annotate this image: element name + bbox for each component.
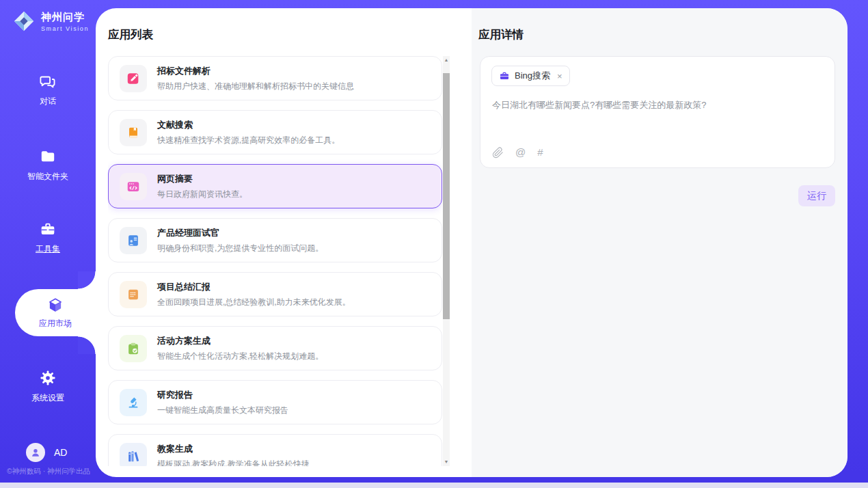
user-label: AD (54, 447, 67, 458)
chat-icon (39, 72, 57, 90)
pen-square-icon (120, 65, 147, 92)
app-name: 招标文件解析 (157, 65, 354, 77)
copyright-footer: ©神州数码 · 神州问学出品 (7, 467, 90, 476)
hash-icon[interactable]: # (537, 146, 543, 159)
app-description: 每日政府新闻资讯快查。 (157, 189, 247, 200)
app-list-title: 应用列表 (108, 27, 153, 42)
sidebar: 神州问学 Smart Vision 对话 智能文件夹 工具集 (0, 0, 96, 483)
app-detail-title: 应用详情 (478, 27, 524, 42)
app-name: 项目总结汇报 (157, 281, 351, 293)
app-logo: 神州问学 Smart Vision (12, 10, 89, 33)
app-card-pm-interviewer[interactable]: 产品经理面试官 明确身份和职责,为您提供专业性的面试问题。 (108, 218, 442, 262)
app-name: 文献搜索 (157, 119, 340, 131)
sidebar-item-label: 系统设置 (31, 392, 64, 404)
app-card-literature-search[interactable]: 文献搜索 快速精准查找学术资源,提高研究效率的必备工具。 (108, 110, 442, 154)
avatar (26, 443, 45, 462)
brand-tagline: Smart Vision (41, 25, 89, 32)
app-card-web-summary[interactable]: 网页摘要 每日政府新闻资讯快查。 (108, 164, 442, 208)
clipboard-check-icon (120, 335, 147, 362)
app-name: 网页摘要 (157, 173, 247, 185)
toolbox-icon (39, 220, 57, 238)
bottom-strip (0, 483, 868, 488)
sidebar-item-label: 应用市场 (39, 318, 72, 329)
sidebar-item-label: 工具集 (36, 243, 60, 255)
app-detail-pane: 应用详情 Bing搜索 × 今日湖北有哪些新闻要点?有哪些需要关注的最新政策? … (472, 8, 847, 477)
scrollbar-thumb[interactable] (443, 73, 450, 319)
sidebar-item-smart-folder[interactable]: 智能文件夹 (0, 148, 96, 182)
tool-tag-bing-search[interactable]: Bing搜索 × (491, 66, 570, 86)
main-content: 应用列表 招标文件解析 帮助用户快速、准确地理解和解析招标书中的关键信息 (96, 8, 847, 477)
app-name: 教案生成 (157, 443, 310, 455)
sidebar-item-settings[interactable]: 系统设置 (0, 369, 96, 404)
close-icon[interactable]: × (557, 71, 562, 81)
app-card-project-summary-report[interactable]: 项目总结汇报 全面回顾项目进展,总结经验教训,助力未来优化发展。 (108, 272, 442, 316)
app-card-lesson-plan-generation[interactable]: 教案生成 模板驱动,教案秒成,教学准备从此轻松快捷 (108, 434, 442, 466)
query-input[interactable]: 今日湖北有哪些新闻要点?有哪些需要关注的最新政策? (492, 99, 820, 111)
cube-icon (46, 297, 64, 314)
user-account[interactable]: AD (26, 443, 67, 462)
app-description: 全面回顾项目进展,总结经验教训,助力未来优化发展。 (157, 297, 351, 308)
browser-code-icon (120, 173, 147, 200)
app-card-event-plan-generation[interactable]: 活动方案生成 智能生成个性化活动方案,轻松解决规划难题。 (108, 326, 442, 370)
person-icon (29, 446, 42, 459)
app-description: 智能生成个性化活动方案,轻松解决规划难题。 (157, 351, 323, 362)
app-description: 一键智能生成高质量长文本研究报告 (157, 405, 288, 416)
sidebar-item-label: 对话 (40, 96, 56, 107)
app-name: 活动方案生成 (157, 335, 323, 347)
diamond-logo-icon (12, 10, 36, 33)
at-icon[interactable]: @ (515, 146, 526, 159)
sidebar-item-label: 智能文件夹 (27, 171, 68, 182)
app-list-pane: 应用列表 招标文件解析 帮助用户快速、准确地理解和解析招标书中的关键信息 (96, 8, 472, 477)
app-card-bid-document-parsing[interactable]: 招标文件解析 帮助用户快速、准确地理解和解析招标书中的关键信息 (108, 56, 442, 100)
sidebar-item-chat[interactable]: 对话 (0, 72, 96, 107)
scrollbar-down-arrow-icon[interactable]: ▼ (443, 458, 450, 466)
app-name: 研究报告 (157, 389, 288, 401)
active-item-curve-top (78, 271, 96, 289)
app-description: 帮助用户快速、准确地理解和解析招标书中的关键信息 (157, 81, 354, 92)
tool-tag-label: Bing搜索 (515, 70, 550, 82)
paperclip-icon[interactable] (492, 147, 504, 159)
folder-icon (39, 148, 57, 165)
resume-icon (120, 227, 147, 254)
app-list-scrollbar[interactable]: ▲ ▼ (443, 56, 450, 466)
app-name: 产品经理面试官 (157, 227, 323, 239)
scrollbar-up-arrow-icon[interactable]: ▲ (443, 56, 450, 64)
app-description: 明确身份和职责,为您提供专业性的面试问题。 (157, 243, 323, 254)
query-editor-card: Bing搜索 × 今日湖北有哪些新闻要点?有哪些需要关注的最新政策? @ # (480, 56, 835, 168)
run-button[interactable]: 运行 (798, 185, 835, 206)
sidebar-item-toolset[interactable]: 工具集 (0, 220, 96, 255)
microscope-icon (120, 389, 147, 416)
gear-icon (39, 369, 57, 387)
active-item-curve-bottom (78, 336, 96, 354)
books-icon (120, 443, 147, 467)
note-icon (120, 281, 147, 308)
app-description: 快速精准查找学术资源,提高研究效率的必备工具。 (157, 135, 340, 146)
app-description: 模板驱动,教案秒成,教学准备从此轻松快捷 (157, 459, 310, 467)
editor-toolbar: @ # (492, 146, 543, 159)
brand-name: 神州问学 (41, 11, 89, 24)
app-card-research-report[interactable]: 研究报告 一键智能生成高质量长文本研究报告 (108, 380, 442, 424)
app-list: 招标文件解析 帮助用户快速、准确地理解和解析招标书中的关键信息 文献搜索 快速精… (108, 56, 442, 466)
briefcase-icon (499, 70, 510, 81)
sidebar-item-app-market[interactable]: 应用市场 (15, 289, 96, 336)
book-icon (120, 119, 147, 146)
